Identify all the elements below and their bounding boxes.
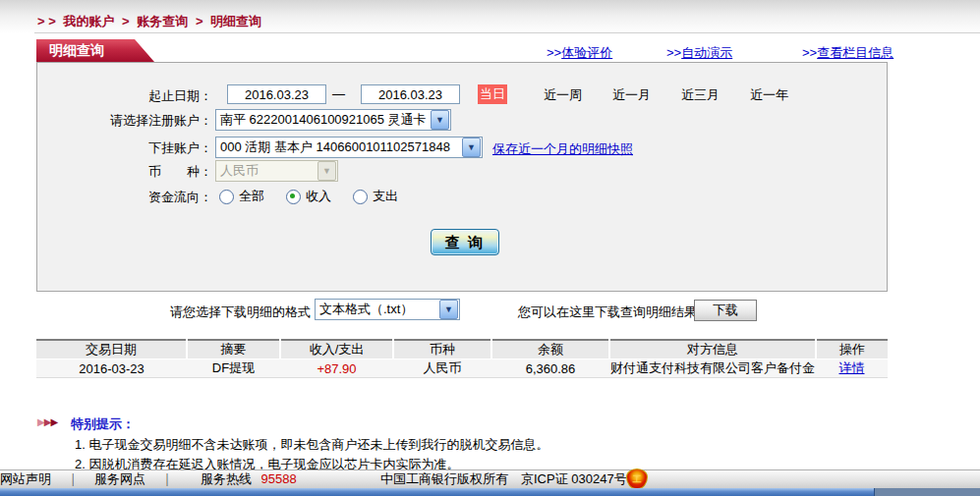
breadcrumb-item-my-account[interactable]: 我的账户 bbox=[63, 14, 114, 28]
footer-separator: ｜ bbox=[67, 471, 80, 486]
footer-left: 网站声明 ｜ 服务网点 ｜ 服务热线 95588 bbox=[0, 470, 297, 488]
breadcrumb-prefix: > > bbox=[37, 14, 56, 28]
chevron-down-icon: ▼ bbox=[317, 161, 336, 181]
download-format-select[interactable]: 文本格式（.txt） ▼ bbox=[315, 299, 460, 320]
last-year-link[interactable]: 近一年 bbox=[750, 86, 788, 104]
notice-item-1: 1. 电子现金交易明细不含未达账项，即未包含商户还未上传到我行的脱机交易信息。 bbox=[75, 436, 548, 454]
chevron-down-icon: ▼ bbox=[431, 110, 449, 130]
auto-demo-link[interactable]: >>自动演示 bbox=[666, 44, 732, 62]
flow-label: 资金流向： bbox=[37, 189, 212, 206]
col-balance: 余额 bbox=[491, 340, 609, 359]
cell-balance: 6,360.86 bbox=[491, 359, 609, 378]
col-currency: 币种 bbox=[393, 340, 491, 359]
transaction-table: 交易日期 摘要 收入/支出 币种 余额 对方信息 操作 2016-03-23 D… bbox=[36, 339, 888, 378]
link-label: 体验评价 bbox=[561, 45, 612, 60]
cell-date: 2016-03-23 bbox=[36, 359, 187, 378]
cell-counterparty: 财付通支付科技有限公司客户备付金 bbox=[609, 359, 816, 378]
footer-bar: 网站声明 ｜ 服务网点 ｜ 服务热线 95588 中国工商银行版权所有 京ICP… bbox=[0, 469, 980, 488]
hotline-label: 服务热线 bbox=[201, 471, 252, 486]
date-range-separator: — bbox=[332, 86, 345, 101]
table-header-row: 交易日期 摘要 收入/支出 币种 余额 对方信息 操作 bbox=[36, 340, 888, 359]
download-format-value: 文本格式（.txt） bbox=[316, 301, 438, 318]
col-counterparty: 对方信息 bbox=[609, 340, 816, 359]
copyright-text: 中国工商银行版权所有 京ICP证 030247号 bbox=[380, 470, 627, 488]
hotline-number: 95588 bbox=[261, 471, 297, 486]
save-snapshot-link[interactable]: 保存近一个月的明细快照 bbox=[492, 140, 633, 158]
col-amount: 收入/支出 bbox=[280, 340, 393, 359]
link-arrow-prefix: >> bbox=[547, 45, 561, 60]
link-label: 自动演示 bbox=[681, 45, 732, 60]
col-date: 交易日期 bbox=[36, 340, 187, 359]
footer-separator: ｜ bbox=[161, 471, 174, 486]
cell-amount: +87.90 bbox=[280, 359, 393, 378]
breadcrumb: > > 我的账户 > 账务查询 > 明细查询 bbox=[37, 13, 265, 30]
flow-option-income[interactable]: 收入 bbox=[286, 188, 331, 205]
flow-option-label: 全部 bbox=[239, 188, 264, 205]
currency-select: 人民币 ▼ bbox=[215, 160, 338, 182]
detail-link[interactable]: 详情 bbox=[839, 360, 865, 375]
download-hint: 您可以在这里下载查询明细结果 bbox=[518, 303, 697, 321]
breadcrumb-separator: > bbox=[196, 14, 203, 28]
radio-icon[interactable] bbox=[219, 190, 234, 204]
sub-account-label: 下挂账户： bbox=[37, 139, 212, 157]
query-form-panel: 起止日期： — 当日 近一周 近一月 近三月 近一年 请选择注册账户： 南平 6… bbox=[36, 62, 888, 292]
cell-action: 详情 bbox=[816, 359, 888, 378]
register-account-value: 南平 6222001406100921065 灵通卡 bbox=[216, 111, 430, 129]
tab-detail-query[interactable]: 明细查询 bbox=[36, 39, 154, 62]
col-action: 操作 bbox=[816, 340, 888, 359]
breadcrumb-separator: > bbox=[122, 14, 130, 28]
start-date-input[interactable] bbox=[227, 84, 326, 104]
currency-label: 币 种： bbox=[37, 163, 212, 181]
radio-icon[interactable] bbox=[286, 190, 301, 204]
flow-option-label: 支出 bbox=[373, 188, 398, 205]
last-month-link[interactable]: 近一月 bbox=[612, 86, 651, 104]
today-button[interactable]: 当日 bbox=[478, 84, 507, 104]
breadcrumb-divider bbox=[34, 32, 980, 33]
register-account-select[interactable]: 南平 6222001406100921065 灵通卡 ▼ bbox=[215, 109, 451, 131]
experience-rating-link[interactable]: >>体验评价 bbox=[547, 44, 612, 62]
flow-option-label: 收入 bbox=[306, 188, 331, 205]
download-format-label: 请您选择下载明细的格式 bbox=[170, 303, 311, 321]
last-week-link[interactable]: 近一周 bbox=[544, 86, 582, 104]
download-button[interactable]: 下载 bbox=[694, 300, 757, 321]
flow-option-expense[interactable]: 支出 bbox=[353, 188, 398, 205]
query-button[interactable]: 查 询 bbox=[431, 229, 499, 255]
flow-options: 全部 收入 支出 bbox=[219, 188, 398, 205]
table-row: 2016-03-23 DF提现 +87.90 人民币 6,360.86 财付通支… bbox=[36, 359, 888, 378]
col-summary: 摘要 bbox=[187, 340, 280, 359]
chevron-down-icon: ▼ bbox=[462, 138, 481, 157]
link-arrow-prefix: >> bbox=[802, 45, 817, 60]
cell-currency: 人民币 bbox=[393, 359, 491, 378]
column-info-link[interactable]: >>查看栏目信息 bbox=[802, 44, 894, 62]
sub-account-value: 000 活期 基本户 1406600101102571848 bbox=[216, 138, 461, 156]
breadcrumb-item-detail-query[interactable]: 明细查询 bbox=[210, 14, 261, 28]
site-statement-link[interactable]: 网站声明 bbox=[0, 471, 51, 486]
register-account-label: 请选择注册账户： bbox=[37, 112, 212, 130]
horizontal-scrollbar[interactable] bbox=[0, 488, 980, 496]
currency-value: 人民币 bbox=[216, 162, 317, 180]
end-date-input[interactable] bbox=[361, 84, 460, 104]
breadcrumb-item-account-query[interactable]: 账务查询 bbox=[137, 14, 188, 28]
sub-account-select[interactable]: 000 活期 基本户 1406600101102571848 ▼ bbox=[215, 137, 483, 158]
special-notice-title: 特别提示： bbox=[71, 415, 135, 433]
scrollbar-thumb[interactable] bbox=[0, 488, 875, 496]
cell-summary: DF提现 bbox=[187, 359, 280, 378]
link-label: 查看栏目信息 bbox=[817, 45, 894, 60]
service-outlets-link[interactable]: 服务网点 bbox=[94, 471, 145, 486]
triple-arrow-icon: ▶▶▶ bbox=[37, 416, 57, 427]
radio-icon[interactable] bbox=[353, 190, 368, 204]
flow-option-all[interactable]: 全部 bbox=[219, 188, 264, 205]
date-range-label: 起止日期： bbox=[37, 87, 212, 105]
last-quarter-link[interactable]: 近三月 bbox=[681, 86, 720, 104]
detail-query-page: > > 我的账户 > 账务查询 > 明细查询 明细查询 >>体验评价 >>自动演… bbox=[0, 0, 980, 496]
chevron-down-icon: ▼ bbox=[439, 300, 458, 319]
link-arrow-prefix: >> bbox=[666, 45, 681, 60]
